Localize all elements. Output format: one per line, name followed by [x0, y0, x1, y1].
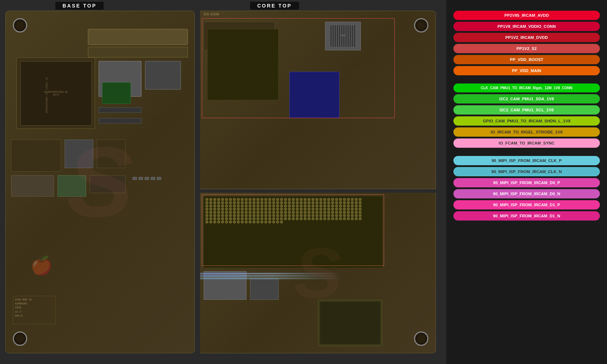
signal-PP2V85_IRCAM_AVDD[interactable]: PP2V85_IRCAM_AVDD	[453, 11, 600, 20]
signal-MIPI_CLK_N[interactable]: 90_MIPI_ISP_FROM_IRCAM_CLK_N	[453, 167, 600, 176]
signal-PP1V2_IRCAM_DVDD[interactable]: PP1V2_IRCAM_DVDD	[453, 33, 600, 42]
core-top-label: CORE TOP	[250, 2, 299, 10]
signal-MIPI_D1_P[interactable]: 90_MIPI_ISP_FROM_IRCAM_D1_P	[453, 200, 600, 209]
signal-GPIO_SHDN[interactable]: GPIO_CAM_PMU1_TO_IRCAM_SHDN_L_1V8	[453, 116, 600, 126]
signal-IO_SYNC[interactable]: IO_FCAM_TO_IRCAM_SYNC	[453, 138, 600, 148]
clk-signal-group: CLK_CAM_PMU1_TO_IRCAM_RigeL_12M_1V8_CONN…	[453, 84, 600, 150]
signal-PP_VDD_MAIN[interactable]: PP_VDD_MAIN	[453, 66, 600, 75]
signal-IO_STROBE[interactable]: IO_IRCAM_TO_RIGEL_STROBE_1V8	[453, 127, 600, 137]
signal-MIPI_D1_N[interactable]: 90_MIPI_ISP_FROM_IRCAM_D1_N	[453, 211, 600, 221]
signal-MIPI_CLK_P[interactable]: 90_MIPI_ISP_FROM_IRCAM_CLK_P	[453, 156, 600, 165]
signal-PP1V8_IRCAM_VDDIO_CONN[interactable]: PP1V8_IRCAM_VDDIO_CONN	[453, 22, 600, 31]
signal-I2C2_SDA[interactable]: I2C2_CAM_PMU1_SDA_1V8	[453, 94, 600, 103]
signal-I2C2_SCL[interactable]: I2C2_CAM_PMU1_SCL_1V8	[453, 105, 600, 115]
signal-PP_VDD_BOOST[interactable]: PP_VDD_BOOST	[453, 55, 600, 64]
signal-CLK_CAM_PMU1[interactable]: CLK_CAM_PMU1_TO_IRCAM_RigeL_12M_1V8_CONN	[453, 84, 600, 92]
signal-MIPI_D0_N[interactable]: 90_MIPI_ISP_FROM_IRCAM_D0_N	[453, 189, 600, 198]
signal-MIPI_D0_P[interactable]: 90_MIPI_ISP_FROM_IRCAM_D0_P	[453, 178, 600, 187]
mipi-signal-group: 90_MIPI_ISP_FROM_IRCAM_CLK_P 90_MIPI_ISP…	[453, 156, 600, 222]
signal-panel: PP2V85_IRCAM_AVDD PP1V8_IRCAM_VDDIO_CONN…	[446, 0, 607, 364]
signal-PP1V2_S2[interactable]: PP1V2_S2	[453, 44, 600, 53]
base-top-label: BASE TOP	[55, 2, 104, 10]
power-signal-group: PP2V85_IRCAM_AVDD PP1V8_IRCAM_VDDIO_CONN…	[453, 11, 600, 77]
